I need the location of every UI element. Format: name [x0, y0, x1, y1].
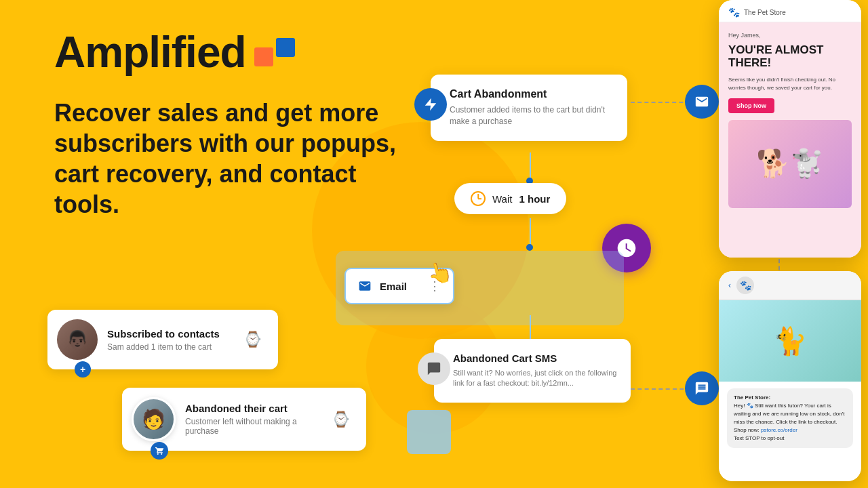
abandoned-product-icon: ⌚ — [327, 406, 354, 433]
sms-store-name: The Pet Store: — [734, 394, 770, 401]
abandoned-cart-icon — [151, 442, 168, 460]
sms-card-title: Abandoned Cart SMS — [448, 352, 617, 364]
email-icon-circle-right — [685, 85, 719, 119]
abandoned-text: Abandoned their cart Customer left witho… — [185, 403, 317, 436]
wait-label-pre: Wait — [492, 193, 512, 205]
subscribed-plus-icon: + — [75, 361, 91, 378]
phone-top-header: 🐾 The Pet Store — [719, 0, 861, 22]
phone-greeting: Hey James, — [728, 32, 852, 39]
phone-dog-image: 🐕🐩 — [728, 120, 852, 208]
left-section: Amplified Recover sales and get more sub… — [54, 27, 407, 220]
subscribed-avatar: 👨🏿 — [57, 319, 98, 360]
cart-card-title: Cart Abandonment — [444, 88, 614, 100]
email-icon-right — [694, 94, 709, 109]
cart-icon-circle — [414, 88, 447, 121]
brand-icon — [254, 38, 295, 66]
sms-link[interactable]: pstore.co/order — [761, 427, 797, 433]
chat-icon-circle-right — [685, 371, 719, 405]
phone-email-body: Hey James, YOU'RE ALMOST THERE! Seems li… — [719, 22, 861, 258]
paw-icon: 🐾 — [736, 277, 754, 294]
abandoned-title: Abandoned their cart — [185, 403, 317, 414]
brand-name: Amplified — [54, 27, 246, 77]
flow-dot-2 — [526, 244, 533, 251]
subscribed-subtitle: Sam added 1 item to the cart — [107, 342, 229, 352]
cart-card-desc: Customer added items to the cart but did… — [444, 104, 614, 127]
sms-icon-circle — [418, 352, 450, 385]
hero-text: Recover sales and get more subscribers w… — [54, 98, 407, 220]
clock-icon — [471, 191, 486, 206]
back-arrow-icon[interactable]: ‹ — [728, 281, 731, 290]
phone-sms-text: The Pet Store: Hey! 🐾 Still want this fu… — [719, 382, 861, 455]
phone-bottom: ‹ 🐾 🐈 The Pet Store: Hey! 🐾 Still want t… — [719, 271, 861, 481]
connector-line-2 — [530, 218, 531, 245]
email-label: Email — [380, 281, 407, 292]
subscribed-notification-card: 👨🏿 Subscribed to contacts Sam added 1 it… — [47, 310, 278, 369]
abandoned-subtitle: Customer left without making a purchase — [185, 417, 317, 436]
pet-store-logo-top: The Pet Store — [744, 9, 786, 16]
phone-bottom-header: ‹ 🐾 — [719, 271, 861, 300]
phone-headline: YOU'RE ALMOST THERE! — [728, 44, 852, 69]
brand-icon-orange-square — [254, 47, 273, 66]
subscribed-product-icon: ⌚ — [239, 326, 266, 353]
phone-email-text: Seems like you didn't finish checking ou… — [728, 76, 852, 91]
sms-icon — [427, 361, 441, 376]
sms-card: Abandoned Cart SMS Still want it? No wor… — [434, 339, 631, 403]
brand-icon-blue-square — [276, 38, 295, 57]
chat-icon-right — [694, 381, 709, 396]
wait-label-bold: 1 hour — [519, 193, 550, 205]
subscribed-text: Subscribed to contacts Sam added 1 item … — [107, 328, 229, 352]
cart-svg — [155, 447, 164, 455]
phone-shop-button[interactable]: Shop Now — [728, 98, 774, 113]
subscribed-title: Subscribed to contacts — [107, 328, 229, 340]
wait-hour-pill: Wait 1 hour — [454, 183, 566, 214]
sms-card-desc: Still want it? No worries, just click on… — [448, 368, 617, 389]
sms-bubble: The Pet Store: Hey! 🐾 Still want this fu… — [727, 388, 853, 448]
email-icon — [358, 279, 372, 293]
lightning-icon — [423, 97, 438, 112]
blue-square-decoration — [407, 410, 451, 454]
connector-line-1 — [530, 152, 531, 180]
phone-top: 🐾 The Pet Store Hey James, YOU'RE ALMOST… — [719, 0, 861, 258]
brand-title: Amplified — [54, 27, 407, 77]
abandoned-avatar: 🧑 — [132, 397, 176, 441]
phone-bottom-image: 🐈 — [719, 300, 861, 382]
cart-abandonment-card: Cart Abandonment Customer added items to… — [431, 75, 627, 141]
